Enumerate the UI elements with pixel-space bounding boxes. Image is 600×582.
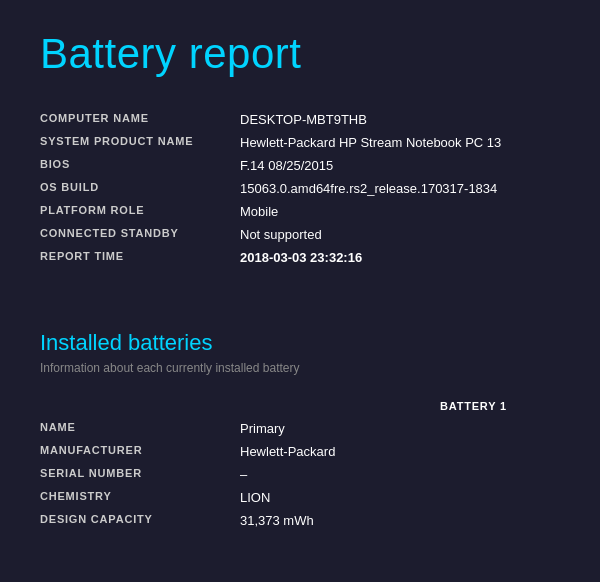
system-info-row: OS BUILD15063.0.amd64fre.rs2_release.170… bbox=[40, 177, 560, 200]
page-container: Battery report COMPUTER NAMEDESKTOP-MBT9… bbox=[0, 0, 600, 582]
battery-info-row: SERIAL NUMBER– bbox=[40, 463, 560, 486]
battery-info-row: CHEMISTRYLION bbox=[40, 486, 560, 509]
system-info-value: Hewlett-Packard HP Stream Notebook PC 13 bbox=[240, 131, 560, 154]
battery-info-row: NAMEPrimary bbox=[40, 417, 560, 440]
battery-info-value: 31,373 mWh bbox=[240, 509, 560, 532]
battery-table: BATTERY 1 NAMEPrimaryMANUFACTURERHewlett… bbox=[40, 395, 560, 532]
battery-info-value: LION bbox=[240, 486, 560, 509]
battery-info-value: – bbox=[240, 463, 560, 486]
system-info-label: SYSTEM PRODUCT NAME bbox=[40, 131, 240, 154]
battery-info-label: SERIAL NUMBER bbox=[40, 463, 240, 486]
battery-column-empty bbox=[40, 395, 240, 417]
battery-column-header: BATTERY 1 bbox=[240, 395, 560, 417]
battery-info-label: DESIGN CAPACITY bbox=[40, 509, 240, 532]
system-info-row: CONNECTED STANDBYNot supported bbox=[40, 223, 560, 246]
battery-table-container: BATTERY 1 NAMEPrimaryMANUFACTURERHewlett… bbox=[40, 395, 560, 532]
battery-info-value: Hewlett-Packard bbox=[240, 440, 560, 463]
system-info-label: BIOS bbox=[40, 154, 240, 177]
system-info-value: DESKTOP-MBT9THB bbox=[240, 108, 560, 131]
system-info-value: 2018-03-03 23:32:16 bbox=[240, 246, 560, 269]
system-info-label: OS BUILD bbox=[40, 177, 240, 200]
battery-info-row: MANUFACTURERHewlett-Packard bbox=[40, 440, 560, 463]
page-title: Battery report bbox=[40, 30, 560, 78]
system-info-label: COMPUTER NAME bbox=[40, 108, 240, 131]
system-info-section: COMPUTER NAMEDESKTOP-MBT9THBSYSTEM PRODU… bbox=[40, 108, 560, 269]
system-info-row: COMPUTER NAMEDESKTOP-MBT9THB bbox=[40, 108, 560, 131]
battery-info-label: NAME bbox=[40, 417, 240, 440]
system-info-value: Not supported bbox=[240, 223, 560, 246]
system-info-label: REPORT TIME bbox=[40, 246, 240, 269]
system-info-label: CONNECTED STANDBY bbox=[40, 223, 240, 246]
battery-info-row: DESIGN CAPACITY31,373 mWh bbox=[40, 509, 560, 532]
system-info-row: SYSTEM PRODUCT NAMEHewlett-Packard HP St… bbox=[40, 131, 560, 154]
section-divider bbox=[40, 304, 560, 305]
system-info-value: F.14 08/25/2015 bbox=[240, 154, 560, 177]
system-info-value: 15063.0.amd64fre.rs2_release.170317-1834 bbox=[240, 177, 560, 200]
system-info-row: BIOSF.14 08/25/2015 bbox=[40, 154, 560, 177]
system-info-value: Mobile bbox=[240, 200, 560, 223]
battery-info-label: CHEMISTRY bbox=[40, 486, 240, 509]
installed-batteries-section: Installed batteries Information about ea… bbox=[40, 330, 560, 532]
battery-info-value: Primary bbox=[240, 417, 560, 440]
battery-info-label: MANUFACTURER bbox=[40, 440, 240, 463]
system-info-label: PLATFORM ROLE bbox=[40, 200, 240, 223]
batteries-section-subtitle: Information about each currently install… bbox=[40, 361, 560, 375]
batteries-section-title: Installed batteries bbox=[40, 330, 560, 356]
system-info-row: PLATFORM ROLEMobile bbox=[40, 200, 560, 223]
system-info-row: REPORT TIME2018-03-03 23:32:16 bbox=[40, 246, 560, 269]
system-info-table: COMPUTER NAMEDESKTOP-MBT9THBSYSTEM PRODU… bbox=[40, 108, 560, 269]
